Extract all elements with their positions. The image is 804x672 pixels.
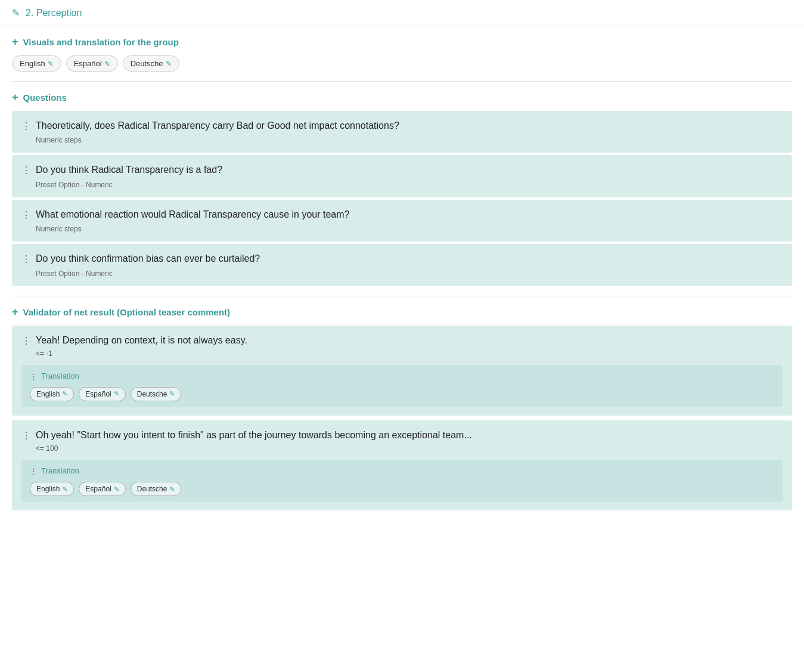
visuals-section-header: + Visuals and translation for the group bbox=[12, 36, 792, 48]
lang-label: English bbox=[20, 59, 45, 68]
question-card: ⋮ Do you think Radical Transparency is a… bbox=[12, 155, 792, 197]
validator-row: ⋮ Oh yeah! "Start how you intent to fini… bbox=[21, 429, 783, 442]
visuals-lang-btn[interactable]: Deutsche✎ bbox=[123, 55, 179, 72]
question-row: ⋮ Do you think Radical Transparency is a… bbox=[21, 163, 783, 176]
external-link-icon: ✎ bbox=[169, 485, 175, 493]
external-link-icon: ✎ bbox=[104, 60, 110, 68]
question-card: ⋮ What emotional reaction would Radical … bbox=[12, 200, 792, 241]
lang-label: Español bbox=[85, 485, 111, 493]
external-link-icon: ✎ bbox=[166, 60, 172, 68]
edit-icon[interactable]: ✎ bbox=[12, 7, 20, 18]
drag-handle-icon[interactable]: ⋮ bbox=[21, 165, 31, 176]
validator-card: ⋮ Yeah! Depending on context, it is not … bbox=[12, 326, 792, 416]
question-subtype: Numeric steps bbox=[36, 225, 783, 233]
external-link-icon: ✎ bbox=[169, 390, 175, 398]
question-row: ⋮ Do you think confirmation bias can eve… bbox=[21, 252, 783, 265]
visuals-section-title: Visuals and translation for the group bbox=[23, 37, 179, 47]
question-text: Theoretically, does Radical Transparency… bbox=[36, 119, 399, 132]
question-subtype: Preset Option - Numeric bbox=[36, 270, 783, 278]
question-text: What emotional reaction would Radical Tr… bbox=[36, 208, 350, 221]
validator-condition: <= 100 bbox=[36, 444, 783, 453]
lang-label: Deutsche bbox=[137, 485, 167, 493]
drag-handle-icon[interactable]: ⋮ bbox=[21, 430, 31, 441]
translation-block: ⋮ Translation English ✎ Español ✎ Deutsc… bbox=[21, 460, 783, 502]
visuals-lang-btn[interactable]: Español✎ bbox=[66, 55, 118, 72]
translation-drag-icon[interactable]: ⋮ bbox=[30, 467, 38, 476]
question-card: ⋮ Do you think confirmation bias can eve… bbox=[12, 244, 792, 286]
external-link-icon: ✎ bbox=[114, 485, 119, 493]
external-link-icon: ✎ bbox=[114, 390, 119, 398]
visuals-lang-btn[interactable]: English✎ bbox=[12, 55, 61, 72]
questions-section: + Questions ⋮ Theoretically, does Radica… bbox=[0, 82, 804, 296]
page-title: 2. Perception bbox=[26, 8, 82, 18]
question-card: ⋮ Theoretically, does Radical Transparen… bbox=[12, 111, 792, 153]
drag-handle-icon[interactable]: ⋮ bbox=[21, 335, 31, 346]
translation-lang-btn[interactable]: English ✎ bbox=[30, 482, 74, 496]
drag-handle-icon[interactable]: ⋮ bbox=[21, 253, 31, 265]
translation-langs: English ✎ Español ✎ Deutsche ✎ bbox=[30, 482, 774, 496]
lang-label: Deutsche bbox=[137, 390, 167, 398]
validator-row: ⋮ Yeah! Depending on context, it is not … bbox=[21, 334, 783, 347]
external-link-icon: ✎ bbox=[62, 485, 67, 493]
question-row: ⋮ Theoretically, does Radical Transparen… bbox=[21, 119, 783, 132]
questions-plus-button[interactable]: + bbox=[12, 91, 18, 104]
validator-section: + Validator of net result (Optional teas… bbox=[0, 296, 804, 523]
question-subtype: Numeric steps bbox=[36, 136, 783, 144]
lang-label: English bbox=[36, 485, 60, 493]
visuals-plus-button[interactable]: + bbox=[12, 36, 18, 48]
translation-lang-btn[interactable]: Español ✎ bbox=[79, 482, 125, 496]
validator-text: Oh yeah! "Start how you intent to finish… bbox=[36, 429, 472, 442]
page-header: ✎ 2. Perception bbox=[0, 0, 804, 26]
question-row: ⋮ What emotional reaction would Radical … bbox=[21, 208, 783, 221]
lang-label: Deutsche bbox=[131, 59, 163, 68]
validator-plus-button[interactable]: + bbox=[12, 306, 18, 318]
translation-lang-btn[interactable]: Deutsche ✎ bbox=[131, 387, 182, 401]
translation-label: Translation bbox=[41, 371, 79, 380]
lang-label: Español bbox=[85, 390, 111, 398]
question-text: Do you think Radical Transparency is a f… bbox=[36, 163, 222, 176]
validator-condition: <= -1 bbox=[36, 349, 783, 358]
question-subtype: Preset Option - Numeric bbox=[36, 181, 783, 189]
validator-list: ⋮ Yeah! Depending on context, it is not … bbox=[12, 326, 792, 513]
validator-section-header: + Validator of net result (Optional teas… bbox=[12, 306, 792, 318]
lang-label: English bbox=[36, 390, 60, 398]
translation-langs: English ✎ Español ✎ Deutsche ✎ bbox=[30, 387, 774, 401]
validator-section-title: Validator of net result (Optional teaser… bbox=[23, 307, 231, 317]
translation-lang-btn[interactable]: English ✎ bbox=[30, 387, 74, 401]
translation-drag-icon[interactable]: ⋮ bbox=[30, 372, 38, 381]
external-link-icon: ✎ bbox=[48, 60, 54, 68]
validator-card: ⋮ Oh yeah! "Start how you intent to fini… bbox=[12, 420, 792, 510]
drag-handle-icon[interactable]: ⋮ bbox=[21, 120, 31, 132]
question-text: Do you think confirmation bias can ever … bbox=[36, 252, 260, 265]
translation-row: ⋮ Translation bbox=[30, 466, 774, 476]
drag-handle-icon[interactable]: ⋮ bbox=[21, 209, 31, 221]
translation-block: ⋮ Translation English ✎ Español ✎ Deutsc… bbox=[21, 365, 783, 407]
translation-row: ⋮ Translation bbox=[30, 371, 774, 381]
visuals-section: + Visuals and translation for the group … bbox=[0, 26, 804, 81]
questions-section-title: Questions bbox=[23, 92, 67, 103]
questions-section-header: + Questions bbox=[12, 91, 792, 104]
translation-lang-btn[interactable]: Español ✎ bbox=[79, 387, 125, 401]
visuals-lang-buttons: English✎Español✎Deutsche✎ bbox=[12, 55, 792, 72]
lang-label: Español bbox=[74, 59, 102, 68]
external-link-icon: ✎ bbox=[62, 390, 67, 398]
questions-list: ⋮ Theoretically, does Radical Transparen… bbox=[12, 111, 792, 286]
translation-lang-btn[interactable]: Deutsche ✎ bbox=[131, 482, 182, 496]
translation-label: Translation bbox=[41, 466, 79, 475]
validator-text: Yeah! Depending on context, it is not al… bbox=[36, 334, 247, 347]
